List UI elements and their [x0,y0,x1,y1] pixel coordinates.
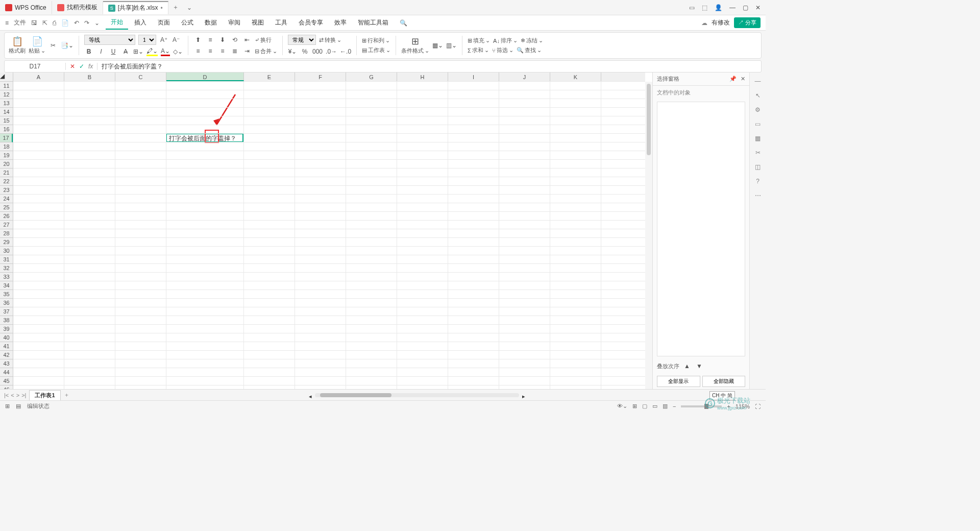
row-header[interactable]: 25 [0,203,13,212]
align-left-icon[interactable]: ≡ [193,46,203,56]
row-header[interactable]: 16 [0,125,13,134]
currency-icon[interactable]: ¥⌄ [288,47,297,56]
row-header[interactable]: 45 [0,377,13,385]
conditional-format-dropdown[interactable]: 条件格式 ⌄ [401,47,429,55]
increase-font-icon[interactable]: A⁺ [159,35,168,44]
font-color-dropdown[interactable]: A⌄ [161,47,170,56]
row-header[interactable]: 23 [0,186,13,195]
row-header[interactable]: 27 [0,221,13,229]
sum-dropdown[interactable]: Σ 求和 ⌄ [468,46,489,54]
column-header[interactable]: D [166,73,244,81]
row-header[interactable]: 33 [0,273,13,281]
column-header[interactable]: G [346,73,397,81]
file-menu[interactable]: 文件 [14,18,26,27]
column-header[interactable]: E [244,73,295,81]
row-header[interactable]: 19 [0,151,13,160]
close-button[interactable]: ✕ [755,4,761,11]
settings-icon[interactable]: ⚙ [755,106,761,113]
row-header[interactable]: 42 [0,351,13,359]
redo-icon[interactable]: ↷ [84,19,89,27]
share-button[interactable]: ↗ 分享 [734,17,761,28]
column-header[interactable]: K [550,73,601,81]
cut-icon[interactable]: ✂ [48,41,58,50]
menu-data[interactable]: 数据 [200,16,222,29]
sheet-tab[interactable]: 工作表1 [29,390,60,400]
clear-format-dropdown[interactable]: ◇⌄ [173,47,183,56]
layers-icon[interactable]: ▭ [755,120,761,128]
strikethrough-button[interactable]: A̶ [121,47,130,56]
maximize-button[interactable]: ▢ [743,4,748,11]
row-header[interactable]: 38 [0,316,13,325]
eye-icon[interactable]: 👁⌄ [617,403,627,409]
row-header[interactable]: 26 [0,212,13,221]
find-dropdown[interactable]: 🔍 查找 ⌄ [517,46,542,54]
more-icon[interactable]: ⋯ [755,192,761,199]
cancel-formula-icon[interactable]: ✕ [70,63,75,70]
underline-button[interactable]: U [109,47,118,56]
filter-dropdown[interactable]: ⑂ 筛选 ⌄ [492,46,513,54]
align-right-icon[interactable]: ≡ [218,46,227,56]
bold-button[interactable]: B [84,47,93,56]
show-all-button[interactable]: 全部显示 [657,376,700,387]
dropdown-icon[interactable]: ⌄ [94,19,100,27]
row-header[interactable]: 18 [0,142,13,151]
view-custom-icon[interactable]: ▥ [663,403,668,409]
decrease-font-icon[interactable]: A⁻ [172,35,181,44]
row-header[interactable]: 30 [0,247,13,255]
move-down-icon[interactable]: ▼ [695,361,704,371]
hide-all-button[interactable]: 全部隐藏 [702,376,746,387]
menu-member[interactable]: 会员专享 [293,16,328,29]
conditional-format-icon[interactable]: ⊞ [411,37,420,46]
add-sheet-button[interactable]: ＋ [64,391,69,399]
next-sheet-icon[interactable]: > [16,392,19,398]
prev-sheet-icon[interactable]: < [11,392,14,398]
menu-view[interactable]: 视图 [247,16,269,29]
wrap-text-button[interactable]: ⤶ 换行 [255,36,272,44]
view-page-icon[interactable]: ▢ [642,403,647,409]
fullscreen-icon[interactable]: ⛶ [755,403,761,409]
tab-wps-office[interactable]: WPS Office [0,1,52,14]
row-header[interactable]: 21 [0,168,13,177]
sort-dropdown[interactable]: A↓ 排序 ⌄ [493,37,518,44]
align-center-icon[interactable]: ≡ [206,46,215,56]
copy-options-icon[interactable]: 📑⌄ [61,41,74,50]
tab-menu-dropdown[interactable]: ⌄ [183,4,196,11]
percent-icon[interactable]: % [300,47,309,56]
row-header[interactable]: 41 [0,342,13,351]
search-icon[interactable]: 🔍 [400,19,407,27]
column-header[interactable]: A [13,73,64,81]
column-header[interactable]: H [397,73,448,81]
new-tab-button[interactable]: ＋ [168,3,183,12]
row-header[interactable]: 14 [0,108,13,116]
tab-templates[interactable]: 找稻壳模板 [52,1,103,14]
changes-label[interactable]: 有修改 [712,18,730,27]
column-header[interactable]: J [499,73,550,81]
confirm-formula-icon[interactable]: ✓ [79,63,84,70]
menu-smart-toolbox[interactable]: 智能工具箱 [353,16,394,29]
row-header[interactable]: 29 [0,238,13,247]
undo-icon[interactable]: ↶ [74,19,79,27]
pin-icon[interactable]: 📌 [729,76,737,82]
app-menu-icon[interactable]: ▭ [689,4,695,11]
last-sheet-icon[interactable]: >| [21,392,26,398]
menu-insert[interactable]: 插入 [129,16,152,29]
user-avatar-icon[interactable]: 👤 [715,4,722,11]
select-all-corner[interactable]: ◢ [0,73,13,82]
export-icon[interactable]: ⇱ [42,19,47,27]
close-pane-icon[interactable]: ✕ [741,76,745,82]
name-box[interactable]: D17 [5,63,66,70]
row-header[interactable]: 11 [0,82,13,90]
object-list[interactable] [657,102,745,356]
row-header[interactable]: 37 [0,307,13,316]
menu-home[interactable]: 开始 [106,16,128,30]
number-format-select[interactable]: 常规 [288,35,316,45]
row-header[interactable]: 31 [0,255,13,264]
fill-color-dropdown[interactable]: 🖍⌄ [146,47,158,56]
table-style-icon[interactable]: ▥⌄ [446,41,457,50]
align-middle-icon[interactable]: ≡ [206,35,215,44]
column-header[interactable]: I [448,73,499,81]
freeze-dropdown[interactable]: ❄ 冻结 ⌄ [521,37,543,44]
row-header[interactable]: 12 [0,90,13,99]
increase-decimal-icon[interactable]: .0→ [326,47,337,56]
format-painter-label[interactable]: 格式刷 [9,47,26,55]
